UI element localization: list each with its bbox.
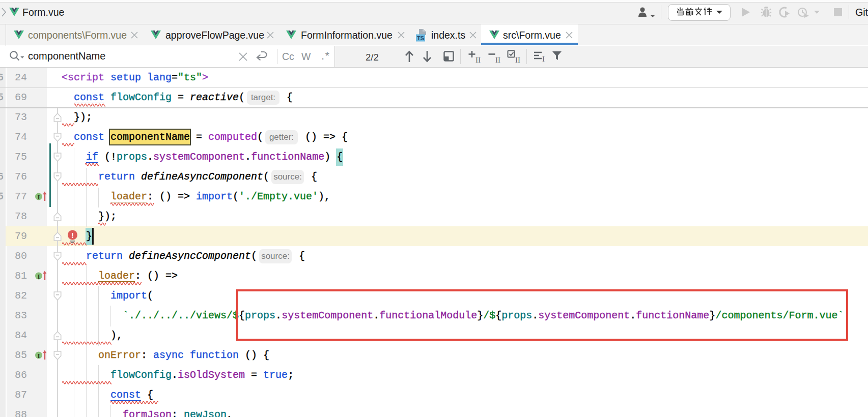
svg-text:II: II [515, 56, 520, 64]
svg-text:II: II [495, 56, 500, 64]
svg-text:I: I [37, 193, 40, 201]
svg-text:TS: TS [417, 35, 424, 41]
svg-text:II: II [475, 56, 481, 64]
svg-text:I: I [37, 352, 40, 360]
svg-text:I: I [542, 55, 545, 63]
svg-text:I: I [37, 273, 40, 280]
